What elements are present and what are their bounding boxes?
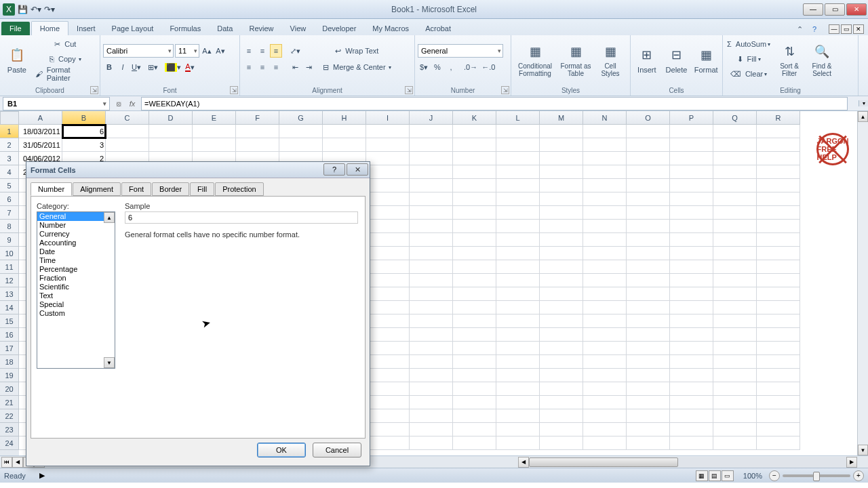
scroll-left-button[interactable]: ◀	[518, 457, 529, 468]
cell-C2[interactable]	[106, 138, 149, 152]
format-cells-button[interactable]: ▦Format	[692, 37, 719, 83]
cell-K18[interactable]	[453, 355, 496, 369]
cut-button[interactable]: ✂Cut	[34, 37, 97, 51]
cell-Q8[interactable]	[713, 220, 757, 233]
list-scroll-down[interactable]: ▼	[104, 357, 115, 368]
dialog-titlebar[interactable]: Format Cells ? ✕	[26, 162, 370, 178]
cell-M15[interactable]	[540, 314, 583, 328]
cell-Q23[interactable]	[713, 423, 757, 436]
cell-M4[interactable]	[540, 165, 583, 179]
cell-M11[interactable]	[540, 260, 583, 274]
cell-R16[interactable]	[757, 328, 800, 342]
page-break-view-button[interactable]: ▭	[722, 470, 734, 481]
cell-R13[interactable]	[757, 287, 800, 301]
cell-L18[interactable]	[496, 355, 540, 369]
align-middle-button[interactable]: ≡	[256, 44, 269, 58]
scroll-down-button[interactable]: ▼	[858, 445, 868, 455]
cell-F2[interactable]	[236, 138, 279, 152]
cell-E2[interactable]	[193, 138, 236, 152]
tab-file[interactable]: File	[1, 22, 30, 35]
cell-Q11[interactable]	[713, 260, 757, 274]
cell-O1[interactable]	[627, 125, 670, 138]
cell-N22[interactable]	[583, 409, 627, 423]
cell-O19[interactable]	[627, 369, 670, 382]
cell-K7[interactable]	[453, 206, 496, 220]
cell-K12[interactable]	[453, 274, 496, 287]
cell-L24[interactable]	[496, 436, 540, 450]
cell-P7[interactable]	[670, 206, 713, 220]
cell-M10[interactable]	[540, 247, 583, 260]
cell-R4[interactable]	[757, 165, 800, 179]
cell-M5[interactable]	[540, 179, 583, 192]
cell-P4[interactable]	[670, 165, 713, 179]
cell-Q15[interactable]	[713, 314, 757, 328]
cell-J5[interactable]	[410, 179, 453, 192]
increase-decimal-button[interactable]: .0→	[462, 60, 479, 74]
cell-P20[interactable]	[670, 382, 713, 396]
bold-button[interactable]: B	[103, 60, 115, 74]
dialog-tab-font[interactable]: Font	[121, 182, 151, 196]
dialog-tab-protection[interactable]: Protection	[215, 182, 264, 196]
column-header-A[interactable]: A	[19, 111, 62, 125]
cell-I24[interactable]	[366, 436, 410, 450]
sort-filter-button[interactable]: ⇅Sort & Filter	[774, 37, 804, 83]
row-header-9[interactable]: 9	[0, 233, 19, 247]
cell-J4[interactable]	[410, 165, 453, 179]
cell-J23[interactable]	[410, 423, 453, 436]
dialog-tab-number[interactable]: Number	[31, 182, 72, 196]
row-header-18[interactable]: 18	[0, 355, 19, 369]
column-header-N[interactable]: N	[583, 111, 627, 125]
autosum-button[interactable]: ΣAutoSum▾	[726, 37, 772, 51]
cell-Q4[interactable]	[713, 165, 757, 179]
cell-P1[interactable]	[670, 125, 713, 138]
cell-N4[interactable]	[583, 165, 627, 179]
cell-R8[interactable]	[757, 220, 800, 233]
number-launcher[interactable]: ⇲	[501, 86, 509, 94]
cell-N15[interactable]	[583, 314, 627, 328]
tab-review[interactable]: Review	[241, 22, 281, 35]
cell-N23[interactable]	[583, 423, 627, 436]
column-header-Q[interactable]: Q	[713, 111, 757, 125]
cell-N10[interactable]	[583, 247, 627, 260]
cell-K6[interactable]	[453, 192, 496, 206]
cell-R24[interactable]	[757, 436, 800, 450]
column-header-H[interactable]: H	[323, 111, 366, 125]
decrease-indent-button[interactable]: ⇤	[289, 60, 301, 74]
cell-Q6[interactable]	[713, 192, 757, 206]
row-header-22[interactable]: 22	[0, 409, 19, 423]
cell-J11[interactable]	[410, 260, 453, 274]
cell-K19[interactable]	[453, 369, 496, 382]
cell-I11[interactable]	[366, 260, 410, 274]
cell-M16[interactable]	[540, 328, 583, 342]
cell-P19[interactable]	[670, 369, 713, 382]
dialog-tab-border[interactable]: Border	[152, 182, 189, 196]
cell-I18[interactable]	[366, 355, 410, 369]
cell-R2[interactable]	[757, 138, 800, 152]
cell-K3[interactable]	[453, 152, 496, 165]
grow-font-button[interactable]: A▴	[201, 44, 213, 58]
cell-I17[interactable]	[366, 342, 410, 355]
clear-button[interactable]: ⌫Clear▾	[726, 67, 772, 81]
cell-J20[interactable]	[410, 382, 453, 396]
close-button[interactable]: ✕	[846, 3, 867, 16]
cell-J10[interactable]	[410, 247, 453, 260]
fill-color-button[interactable]: ⬛▾	[163, 60, 182, 74]
name-box[interactable]: B1	[3, 97, 110, 110]
cell-K23[interactable]	[453, 423, 496, 436]
cell-L17[interactable]	[496, 342, 540, 355]
excel-icon[interactable]: X	[3, 3, 15, 16]
cell-Q17[interactable]	[713, 342, 757, 355]
cell-R11[interactable]	[757, 260, 800, 274]
delete-cells-button[interactable]: ⊟Delete	[663, 37, 690, 83]
column-header-O[interactable]: O	[627, 111, 670, 125]
cell-O3[interactable]	[627, 152, 670, 165]
cell-R19[interactable]	[757, 369, 800, 382]
column-header-C[interactable]: C	[106, 111, 149, 125]
cell-J24[interactable]	[410, 436, 453, 450]
tab-data[interactable]: Data	[209, 22, 241, 35]
tab-page-layout[interactable]: Page Layout	[104, 22, 162, 35]
paste-button[interactable]: 📋 Paste	[3, 37, 31, 83]
cell-G2[interactable]	[279, 138, 323, 152]
cell-N18[interactable]	[583, 355, 627, 369]
tab-developer[interactable]: Developer	[314, 22, 364, 35]
